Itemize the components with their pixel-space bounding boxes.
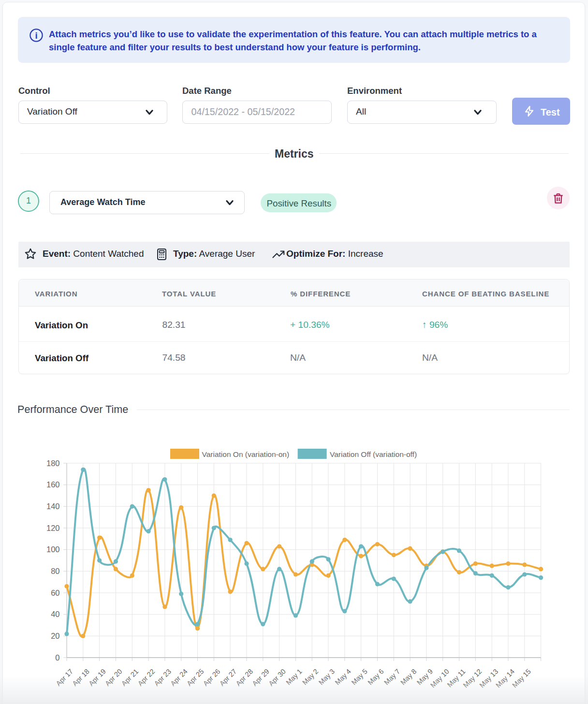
svg-text:May 3: May 3 [317,667,336,686]
svg-text:Variation Off (variation-off): Variation Off (variation-off) [330,450,417,458]
svg-text:Apr 26: Apr 26 [202,667,222,688]
svg-text:Apr 17: Apr 17 [55,667,75,688]
svg-text:Apr 19: Apr 19 [87,667,107,688]
svg-text:May 1: May 1 [284,667,303,686]
svg-text:May 2: May 2 [301,667,320,686]
svg-text:May 8: May 8 [399,667,418,686]
svg-text:Apr 20: Apr 20 [103,667,124,688]
svg-text:May 4: May 4 [334,667,353,686]
svg-text:Apr 23: Apr 23 [152,667,173,688]
svg-text:180: 180 [46,459,60,468]
svg-text:140: 140 [46,502,60,511]
svg-text:May 5: May 5 [350,667,368,686]
svg-text:Apr 25: Apr 25 [185,667,206,688]
svg-text:120: 120 [46,524,60,532]
svg-text:May 15: May 15 [511,667,532,689]
svg-text:May 6: May 6 [366,667,385,686]
svg-text:May 7: May 7 [382,667,401,686]
svg-text:0: 0 [55,653,59,662]
svg-text:Apr 28: Apr 28 [235,667,255,688]
svg-text:60: 60 [51,588,59,597]
svg-text:i: i [35,30,38,41]
svg-text:Variation On (variation-on): Variation On (variation-on) [202,450,290,458]
svg-text:40: 40 [51,610,59,618]
svg-text:Apr 18: Apr 18 [71,667,91,688]
svg-text:80: 80 [51,567,59,575]
svg-text:May 10: May 10 [429,667,451,689]
svg-text:Apr 29: Apr 29 [250,667,271,688]
svg-text:Apr 30: Apr 30 [267,667,287,688]
svg-text:100: 100 [46,545,60,554]
svg-text:Apr 21: Apr 21 [120,667,140,688]
svg-text:160: 160 [46,480,60,489]
svg-text:20: 20 [51,631,59,640]
svg-text:Apr 24: Apr 24 [169,667,189,688]
svg-text:Apr 27: Apr 27 [218,667,238,688]
svg-text:Apr 22: Apr 22 [136,667,157,688]
